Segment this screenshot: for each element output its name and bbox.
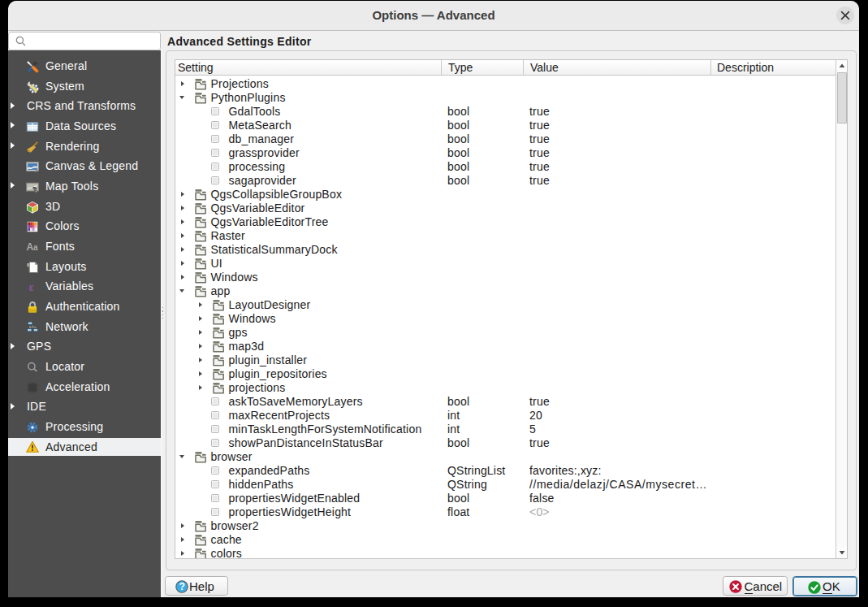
svg-text:?: ? (179, 581, 185, 592)
svg-text:ε: ε (29, 281, 35, 294)
svg-text:a: a (33, 243, 38, 252)
